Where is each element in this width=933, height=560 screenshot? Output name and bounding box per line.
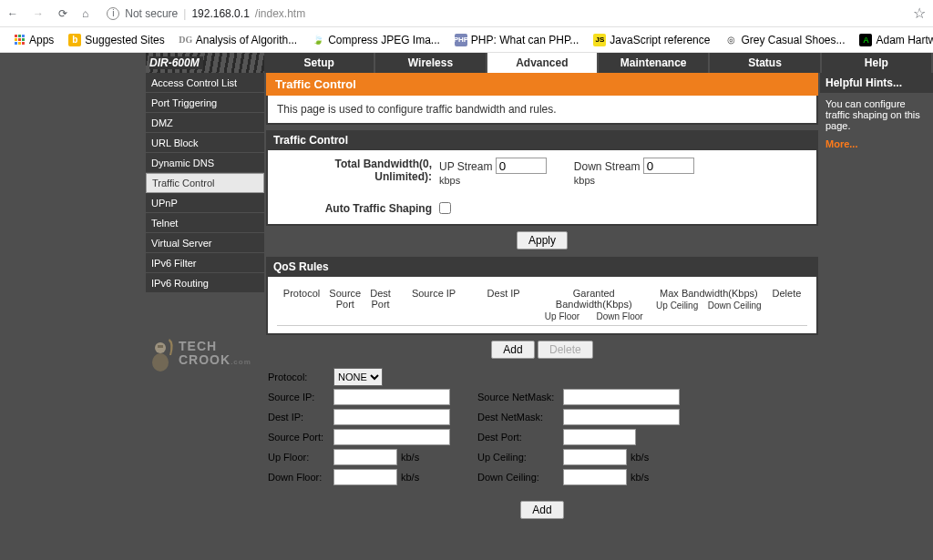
tab-advanced[interactable]: Advanced (487, 53, 599, 73)
sidebar-item-virtual-server[interactable]: Virtual Server (146, 233, 264, 253)
sidebar-item-ipv6-filter[interactable]: IPv6 Filter (146, 253, 264, 273)
bookmark-item[interactable]: 🍃Compress JPEG Ima... (306, 32, 446, 48)
security-status: Not secure (125, 7, 178, 20)
bookmark-item[interactable]: Apps (7, 32, 59, 48)
up-ceiling-label: Up Ceiling: (477, 452, 563, 463)
bookmark-label: JavaScript reference (610, 34, 710, 46)
url-path: /index.htm (255, 7, 305, 20)
url-host[interactable]: 192.168.0.1 (191, 7, 249, 20)
watermark: TECH CROOK.com (146, 330, 264, 377)
page-description: This page is used to configure traffic b… (266, 96, 818, 125)
qos-delete-button[interactable]: Delete (538, 341, 593, 359)
auto-shaping-checkbox[interactable] (439, 202, 451, 214)
sidebar-item-telnet[interactable]: Telnet (146, 213, 264, 233)
back-icon[interactable]: ← (7, 7, 18, 20)
page-title: Traffic Control (266, 73, 818, 96)
downstream-input[interactable] (643, 158, 694, 174)
svg-rect-2 (158, 345, 163, 348)
apply-button[interactable]: Apply (517, 231, 568, 249)
down-ceiling-label: Down Ceiling: (477, 472, 563, 483)
bookmark-star-icon[interactable]: ☆ (913, 5, 926, 22)
bookmark-label: Adam Hartwig (876, 34, 933, 46)
traffic-control-header: Traffic Control (266, 130, 818, 150)
dest-ip-input[interactable] (333, 409, 450, 425)
source-port-label: Source Port: (268, 432, 333, 443)
source-port-input[interactable] (333, 429, 450, 445)
bookmark-label: Analysis of Algorith... (196, 34, 297, 46)
upstream-label: UP Stream (439, 160, 492, 173)
upstream-input[interactable] (496, 158, 547, 174)
up-floor-label: Up Floor: (268, 452, 333, 463)
upstream-unit: kbps (439, 175, 460, 186)
bookmark-label: Compress JPEG Ima... (328, 34, 440, 46)
sidebar-item-port-triggering[interactable]: Port Triggering (146, 93, 264, 113)
down-floor-label: Down Floor: (268, 472, 333, 483)
tab-status[interactable]: Status (710, 53, 821, 73)
source-ip-label: Source IP: (268, 392, 333, 402)
info-icon[interactable]: i (107, 7, 119, 20)
bookmark-label: PHP: What can PHP... (471, 34, 579, 46)
dest-ip-label: Dest IP: (268, 412, 333, 423)
help-title: Helpful Hints... (820, 73, 933, 93)
tab-help[interactable]: Help (822, 53, 933, 73)
svg-point-0 (152, 353, 169, 372)
bookmark-label: Suggested Sites (85, 34, 164, 46)
total-bandwidth-label: Total Bandwidth(0, Unlimited): (277, 158, 432, 183)
source-netmask-input[interactable] (563, 389, 680, 405)
dest-port-label: Dest Port: (477, 432, 563, 443)
reload-icon[interactable]: ⟳ (58, 7, 67, 20)
bookmark-item[interactable]: AAdam Hartwig (854, 32, 933, 48)
forward-icon[interactable]: → (33, 7, 44, 20)
sidebar-item-url-block[interactable]: URL Block (146, 133, 264, 153)
auto-shaping-label: Auto Traffic Shaping (277, 202, 432, 215)
tab-maintenance[interactable]: Maintenance (599, 53, 710, 73)
home-icon[interactable]: ⌂ (82, 7, 88, 20)
downstream-unit: kbps (574, 175, 595, 186)
qos-rules-header: QoS Rules (266, 257, 818, 277)
down-ceiling-input[interactable] (563, 469, 627, 485)
source-ip-input[interactable] (333, 389, 450, 405)
dest-netmask-input[interactable] (563, 409, 680, 425)
qos-add-button[interactable]: Add (491, 341, 534, 359)
help-body: You can configure traffic shaping on thi… (820, 93, 933, 137)
up-floor-input[interactable] (333, 449, 397, 465)
bookmark-item[interactable]: JSJavaScript reference (588, 32, 715, 48)
source-netmask-label: Source NetMask: (477, 392, 563, 402)
device-logo: DIR-600M (146, 53, 264, 73)
bookmark-item[interactable]: ◎Grey Casual Shoes... (719, 32, 850, 48)
protocol-select[interactable]: NONE (333, 368, 383, 386)
dest-port-input[interactable] (563, 429, 636, 445)
tab-wireless[interactable]: Wireless (375, 53, 487, 73)
qos-table-header: Protocol Source Port Dest Port Source IP… (277, 284, 807, 326)
protocol-label: Protocol: (268, 372, 333, 382)
bookmark-label: Grey Casual Shoes... (741, 34, 845, 46)
sidebar-item-ipv6-routing[interactable]: IPv6 Routing (146, 273, 264, 293)
bookmark-item[interactable]: DGAnalysis of Algorith... (174, 32, 302, 48)
sidebar-item-upnp[interactable]: UPnP (146, 193, 264, 213)
bookmark-item[interactable]: bSuggested Sites (63, 32, 169, 48)
downstream-label: Down Stream (574, 160, 641, 173)
help-more-link[interactable]: More... (820, 137, 933, 151)
sidebar-item-dmz[interactable]: DMZ (146, 113, 264, 133)
sidebar-item-traffic-control[interactable]: Traffic Control (146, 173, 264, 193)
dest-netmask-label: Dest NetMask: (477, 412, 563, 423)
sidebar-item-access-control-list[interactable]: Access Control List (146, 73, 264, 93)
up-ceiling-input[interactable] (563, 449, 627, 465)
form-add-button[interactable]: Add (520, 501, 563, 519)
down-floor-input[interactable] (333, 469, 397, 485)
tab-setup[interactable]: Setup (264, 53, 375, 73)
bookmark-item[interactable]: PHPPHP: What can PHP... (449, 32, 585, 48)
bookmark-label: Apps (29, 34, 54, 46)
sidebar-item-dynamic-dns[interactable]: Dynamic DNS (146, 153, 264, 173)
